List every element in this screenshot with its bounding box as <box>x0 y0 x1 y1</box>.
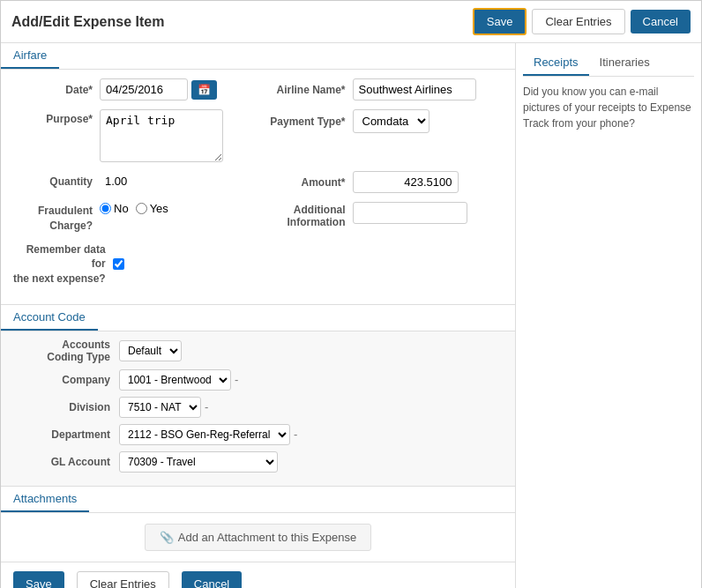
right-tab-receipts[interactable]: Receipts <box>523 50 589 76</box>
division-label: Division <box>13 401 110 413</box>
tab-attachments[interactable]: Attachments <box>1 487 89 512</box>
tab-account-code[interactable]: Account Code <box>1 305 98 331</box>
save-button-bottom[interactable]: Save <box>13 571 64 588</box>
additional-info-input[interactable] <box>353 202 467 224</box>
division-dash: - <box>205 400 208 413</box>
payment-type-select[interactable]: Comdata <box>353 109 429 133</box>
calendar-icon-button[interactable]: 📅 <box>191 80 217 100</box>
airline-name-label: Airline Name* <box>266 84 346 96</box>
attachments-tabs: Attachments <box>1 487 515 513</box>
dialog-title: Add/Edit Expense Item <box>11 14 473 30</box>
date-label: Date* <box>13 84 93 96</box>
fraudulent-charge-label: Fraudulent Charge? <box>13 204 93 234</box>
quantity-value: 1.00 <box>100 171 132 191</box>
cancel-button-bottom[interactable]: Cancel <box>182 571 242 588</box>
company-select[interactable]: 1001 - Brentwood <box>119 369 231 391</box>
clear-entries-button-top[interactable]: Clear Entries <box>532 9 624 34</box>
remember-data-checkbox[interactable] <box>113 258 124 270</box>
payment-type-label: Payment Type* <box>266 115 346 128</box>
main-tabs: Airfare <box>1 43 515 70</box>
additional-info-label: Additional Information <box>266 204 346 228</box>
purpose-input[interactable]: April trip <box>100 109 223 162</box>
account-code-section: Account Code Accounts Coding Type Defaul… <box>1 304 515 486</box>
amount-label: Amount* <box>266 176 346 189</box>
attachments-section: Attachments 📎 Add an Attachment to this … <box>1 486 515 562</box>
gl-account-select[interactable]: 70309 - Travel <box>119 451 278 473</box>
coding-type-select[interactable]: Default <box>119 340 182 361</box>
date-input[interactable] <box>100 78 188 100</box>
account-code-tabs: Account Code <box>1 305 515 331</box>
remember-data-label: Remember data for the next expense? <box>13 242 106 287</box>
airline-name-input[interactable] <box>353 78 476 100</box>
dialog-header: Add/Edit Expense Item Save Clear Entries… <box>1 1 701 43</box>
amount-input[interactable] <box>353 171 459 193</box>
department-dash: - <box>294 428 297 441</box>
company-label: Company <box>13 374 110 386</box>
coding-type-label: Accounts Coding Type <box>13 339 110 363</box>
fraudulent-yes-radio[interactable]: Yes <box>136 202 168 215</box>
right-tab-itineraries[interactable]: Itineraries <box>589 50 661 76</box>
bottom-bar: Save Clear Entries Cancel <box>1 562 515 588</box>
fraudulent-radio-group: No Yes <box>100 202 168 215</box>
right-panel: Receipts Itineraries Did you know you ca… <box>516 43 701 588</box>
division-select[interactable]: 7510 - NAT <box>119 397 201 418</box>
quantity-label: Quantity <box>13 175 93 188</box>
fraudulent-no-radio[interactable]: No <box>100 202 129 215</box>
cancel-button-top[interactable]: Cancel <box>631 10 691 33</box>
clear-entries-button-bottom[interactable]: Clear Entries <box>77 571 169 588</box>
department-select[interactable]: 2112 - BSO Gen-Reg-Referral <box>119 424 290 445</box>
company-dash: - <box>235 373 238 386</box>
paperclip-icon: 📎 <box>160 531 174 544</box>
save-button-top[interactable]: Save <box>473 8 527 35</box>
airfare-section: Date* 📅 Airline Name* Purpose* April tri… <box>1 70 515 304</box>
tab-airfare[interactable]: Airfare <box>1 43 59 69</box>
add-attachment-button[interactable]: 📎 Add an Attachment to this Expense <box>145 524 371 551</box>
purpose-label: Purpose* <box>13 113 93 125</box>
receipts-info-text: Did you know you can e-mail pictures of … <box>523 84 694 131</box>
department-label: Department <box>13 428 110 441</box>
right-tabs: Receipts Itineraries <box>523 50 694 77</box>
gl-account-label: GL Account <box>13 456 110 468</box>
